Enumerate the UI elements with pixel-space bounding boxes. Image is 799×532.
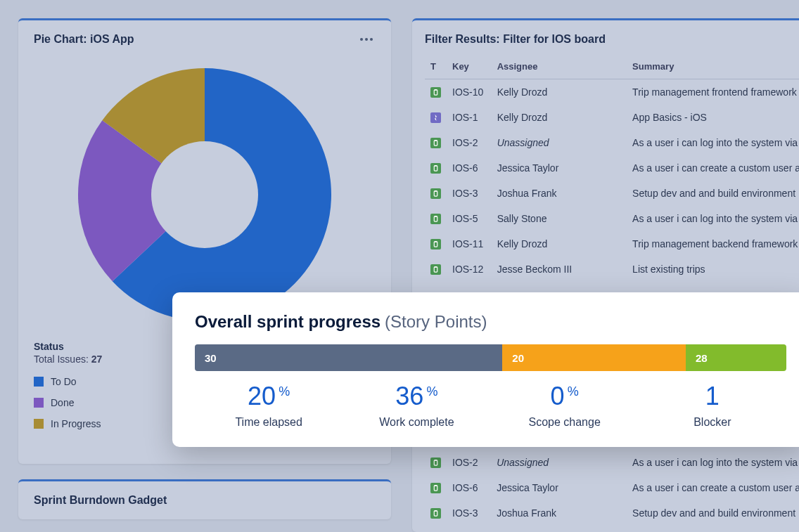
cell-key[interactable]: IOS-2 — [447, 130, 492, 155]
cell-summary[interactable]: As a user i can log into the system via — [627, 450, 799, 475]
cell-assignee[interactable]: Joshua Frank — [491, 500, 627, 526]
story-icon — [430, 138, 441, 148]
cell-assignee[interactable]: Unassigned — [491, 450, 627, 475]
cell-key[interactable]: IOS-10 — [447, 79, 492, 105]
metric: 36%Work complete — [343, 384, 490, 429]
more-icon[interactable] — [357, 35, 376, 44]
svg-rect-13 — [434, 267, 437, 272]
pie-chart-title: Pie Chart: iOS App — [34, 33, 134, 46]
cell-key[interactable]: IOS-12 — [447, 257, 492, 282]
story-icon — [430, 483, 441, 493]
legend-swatch — [34, 377, 44, 387]
svg-rect-4 — [435, 140, 437, 141]
cell-key[interactable]: IOS-5 — [447, 206, 492, 231]
table-row[interactable]: IOS-5Sally StoneAs a user i can log into… — [425, 206, 799, 231]
table-row[interactable]: IOS-12Jesse Beckom IIIList existing trip… — [425, 257, 799, 282]
cell-summary[interactable]: List existing trips — [627, 257, 799, 282]
table-row[interactable]: IOS-3Joshua FrankSetup dev and and build… — [425, 181, 799, 206]
sprint-subtitle: (Story Points) — [385, 312, 487, 332]
cell-key[interactable]: IOS-11 — [447, 231, 492, 257]
progress-segment: 20 — [502, 344, 686, 371]
metric: 0%Scope change — [491, 384, 639, 429]
cell-assignee[interactable]: Unassigned — [492, 130, 627, 155]
cell-key[interactable]: IOS-6 — [447, 155, 492, 181]
metric-value: 1 — [705, 384, 720, 409]
col-type[interactable]: T — [425, 56, 447, 79]
progress-segment: 30 — [195, 344, 502, 371]
cell-key[interactable]: IOS-6 — [447, 475, 491, 500]
col-summary[interactable]: Summary — [627, 56, 799, 79]
table-row[interactable]: IOS-2UnassignedAs a user i can log into … — [425, 130, 799, 155]
metric-value: 36% — [395, 384, 437, 409]
cell-type — [425, 450, 447, 475]
cell-summary[interactable]: Setup dev and and build environment — [627, 500, 799, 526]
cell-type — [425, 181, 447, 206]
cell-summary[interactable]: As a user i can create a custom user a — [627, 155, 799, 181]
col-assignee[interactable]: Assignee — [492, 56, 627, 79]
metric: 20%Time elapsed — [195, 384, 343, 429]
svg-rect-9 — [434, 216, 437, 221]
burndown-title: Sprint Burndown Gadget — [34, 494, 376, 507]
col-key[interactable]: Key — [447, 56, 492, 79]
cell-type — [425, 130, 447, 155]
cell-assignee[interactable]: Kelly Drozd — [492, 105, 627, 130]
svg-rect-1 — [434, 90, 437, 95]
cell-assignee[interactable]: Jessica Taylor — [492, 155, 627, 181]
sprint-progress-card: Overall sprint progress (Story Points) 3… — [172, 292, 799, 447]
metric-label: Work complete — [343, 416, 490, 429]
svg-rect-19 — [434, 511, 437, 516]
progress-segment: 28 — [686, 344, 786, 371]
svg-rect-17 — [434, 486, 437, 491]
svg-rect-12 — [435, 241, 437, 242]
cell-summary[interactable]: Trip management backend framework — [627, 231, 799, 257]
svg-rect-7 — [434, 191, 437, 196]
svg-rect-14 — [435, 266, 437, 268]
cell-key[interactable]: IOS-1 — [447, 105, 492, 130]
cell-assignee[interactable]: Kelly Drozd — [492, 231, 627, 257]
svg-rect-10 — [435, 216, 437, 217]
table-row[interactable]: IOS-2UnassignedAs a user i can log into … — [425, 450, 799, 475]
cell-assignee[interactable]: Jessica Taylor — [491, 475, 627, 500]
cell-type — [425, 500, 447, 526]
cell-key[interactable]: IOS-2 — [447, 450, 491, 475]
metric: 1Blocker — [639, 384, 786, 429]
cell-type — [425, 105, 447, 130]
metric-label: Time elapsed — [195, 416, 343, 429]
cell-type — [425, 231, 447, 257]
svg-rect-2 — [435, 89, 437, 91]
story-icon — [430, 458, 441, 468]
cell-assignee[interactable]: Kelly Drozd — [492, 79, 627, 105]
cell-summary[interactable]: App Basics - iOS — [627, 105, 799, 130]
story-icon — [430, 508, 441, 519]
cell-key[interactable]: IOS-3 — [447, 500, 491, 526]
table-row[interactable]: IOS-1Kelly DrozdApp Basics - iOS — [425, 105, 799, 130]
legend-swatch — [34, 398, 44, 408]
table-row[interactable]: IOS-3Joshua FrankSetup dev and and build… — [425, 500, 799, 526]
cell-type — [425, 475, 447, 500]
table-row[interactable]: IOS-6Jessica TaylorAs a user i can creat… — [425, 155, 799, 181]
sprint-title: Overall sprint progress — [195, 312, 381, 332]
story-icon — [430, 214, 441, 224]
table-row[interactable]: IOS-6Jessica TaylorAs a user i can creat… — [425, 475, 799, 500]
table-row[interactable]: IOS-10Kelly DrozdTrip management fronten… — [425, 79, 799, 105]
cell-summary[interactable]: As a user i can create a custom user a — [627, 475, 799, 500]
svg-rect-3 — [434, 141, 437, 145]
svg-rect-8 — [435, 190, 437, 192]
cell-summary[interactable]: As a user i can log into the system via — [627, 130, 799, 155]
table-row[interactable]: IOS-11Kelly DrozdTrip management backend… — [425, 231, 799, 257]
legend-label: Done — [51, 397, 74, 408]
metric-label: Scope change — [491, 416, 639, 429]
cell-assignee[interactable]: Joshua Frank — [492, 181, 627, 206]
sprint-progress-bar: 302028 — [195, 344, 786, 371]
cell-type — [425, 257, 447, 282]
cell-summary[interactable]: Setup dev and and build environment — [627, 181, 799, 206]
cell-summary[interactable]: As a user i can log into the system via — [627, 206, 799, 231]
total-issues-label: Total Issues: — [34, 353, 89, 365]
cell-key[interactable]: IOS-3 — [447, 181, 492, 206]
cell-summary[interactable]: Trip management frontend framework — [627, 79, 799, 105]
filter-results-continuation: IOS-2UnassignedAs a user i can log into … — [412, 450, 799, 526]
cell-assignee[interactable]: Sally Stone — [492, 206, 627, 231]
cell-assignee[interactable]: Jesse Beckom III — [492, 257, 627, 282]
total-issues-count: 27 — [91, 353, 103, 365]
filter-results-title: Filter Results: Filter for IOS board — [425, 33, 799, 56]
